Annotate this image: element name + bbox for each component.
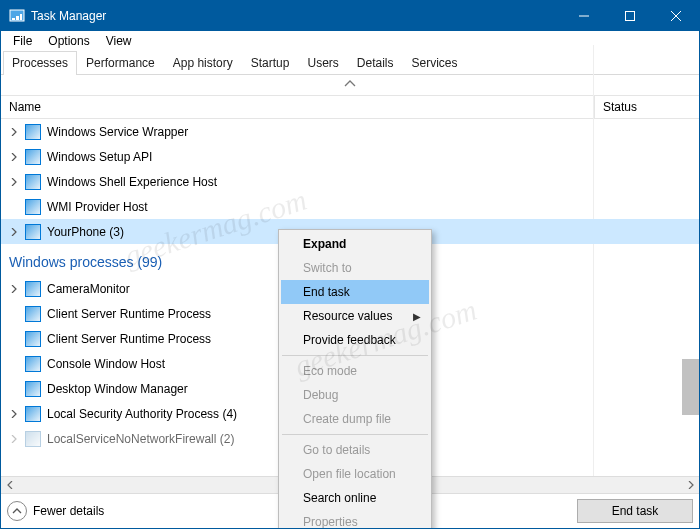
chevron-right-icon[interactable] (7, 128, 21, 136)
cm-go-to-details: Go to details (281, 438, 429, 462)
close-button[interactable] (653, 1, 699, 31)
scroll-right-icon[interactable] (682, 477, 699, 494)
process-label: CameraMonitor (47, 282, 130, 296)
chevron-right-icon[interactable] (7, 228, 21, 236)
process-icon (25, 431, 41, 447)
process-icon (25, 356, 41, 372)
end-task-button[interactable]: End task (577, 499, 693, 523)
menu-options[interactable]: Options (40, 32, 97, 50)
chevron-right-icon: ▶ (413, 311, 421, 322)
process-label: Desktop Window Manager (47, 382, 188, 396)
svg-rect-3 (20, 14, 22, 20)
process-label: LocalServiceNoNetworkFirewall (2) (47, 432, 234, 446)
tab-details[interactable]: Details (348, 51, 403, 74)
tab-startup[interactable]: Startup (242, 51, 299, 74)
collapse-toggle[interactable] (1, 75, 699, 95)
process-icon (25, 199, 41, 215)
process-icon (25, 124, 41, 140)
chevron-right-icon[interactable] (7, 410, 21, 418)
list-item[interactable]: Windows Shell Experience Host (1, 169, 699, 194)
tabs: Processes Performance App history Startu… (1, 51, 699, 75)
chevron-right-icon[interactable] (7, 435, 21, 443)
tab-app-history[interactable]: App history (164, 51, 242, 74)
svg-rect-2 (16, 16, 19, 20)
process-icon (25, 306, 41, 322)
cm-resource-values-label: Resource values (303, 309, 392, 323)
process-label: WMI Provider Host (47, 200, 148, 214)
maximize-button[interactable] (607, 1, 653, 31)
minimize-button[interactable] (561, 1, 607, 31)
vertical-scrollbar-thumb[interactable] (682, 359, 699, 415)
cm-create-dump: Create dump file (281, 407, 429, 431)
menu-separator (282, 434, 428, 435)
tab-services[interactable]: Services (403, 51, 467, 74)
process-label: Windows Setup API (47, 150, 152, 164)
list-item[interactable]: WMI Provider Host (1, 194, 699, 219)
titlebar[interactable]: Task Manager (1, 1, 699, 31)
tab-users[interactable]: Users (298, 51, 347, 74)
cm-open-file-location: Open file location (281, 462, 429, 486)
tab-performance[interactable]: Performance (77, 51, 164, 74)
process-label: Client Server Runtime Process (47, 332, 211, 346)
cm-switch-to: Switch to (281, 256, 429, 280)
svg-rect-5 (626, 12, 635, 21)
cm-debug: Debug (281, 383, 429, 407)
chevron-right-icon[interactable] (7, 153, 21, 161)
chevron-right-icon[interactable] (7, 285, 21, 293)
process-label: YourPhone (3) (47, 225, 124, 239)
window-title: Task Manager (31, 9, 561, 23)
context-menu: Expand Switch to End task Resource value… (278, 229, 432, 529)
app-icon (9, 8, 25, 24)
process-label: Local Security Authority Process (4) (47, 407, 237, 421)
list-item[interactable]: Windows Setup API (1, 144, 699, 169)
cm-end-task[interactable]: End task (281, 280, 429, 304)
process-icon (25, 224, 41, 240)
chevron-up-icon (7, 501, 27, 521)
end-task-label: End task (612, 504, 659, 518)
process-label: Console Window Host (47, 357, 165, 371)
fewer-details-button[interactable]: Fewer details (7, 501, 104, 521)
menu-file[interactable]: File (5, 32, 40, 50)
cm-provide-feedback[interactable]: Provide feedback (281, 328, 429, 352)
process-icon (25, 174, 41, 190)
svg-rect-1 (12, 18, 15, 20)
column-status[interactable]: Status (594, 95, 699, 118)
menubar: File Options View (1, 31, 699, 51)
column-name[interactable]: Name (1, 95, 594, 118)
column-headers: Name Status (1, 95, 699, 119)
process-icon (25, 381, 41, 397)
cm-search-online[interactable]: Search online (281, 486, 429, 510)
cm-expand[interactable]: Expand (281, 232, 429, 256)
cm-eco-mode: Eco mode (281, 359, 429, 383)
menu-separator (282, 355, 428, 356)
process-icon (25, 406, 41, 422)
menu-view[interactable]: View (98, 32, 140, 50)
process-label: Windows Shell Experience Host (47, 175, 217, 189)
process-icon (25, 331, 41, 347)
cm-resource-values[interactable]: Resource values ▶ (281, 304, 429, 328)
cm-properties: Properties (281, 510, 429, 529)
process-icon (25, 149, 41, 165)
list-item[interactable]: Windows Service Wrapper (1, 119, 699, 144)
fewer-details-label: Fewer details (33, 504, 104, 518)
chevron-right-icon[interactable] (7, 178, 21, 186)
tab-processes[interactable]: Processes (3, 51, 77, 75)
scroll-left-icon[interactable] (1, 477, 18, 494)
process-icon (25, 281, 41, 297)
process-label: Windows Service Wrapper (47, 125, 188, 139)
process-label: Client Server Runtime Process (47, 307, 211, 321)
